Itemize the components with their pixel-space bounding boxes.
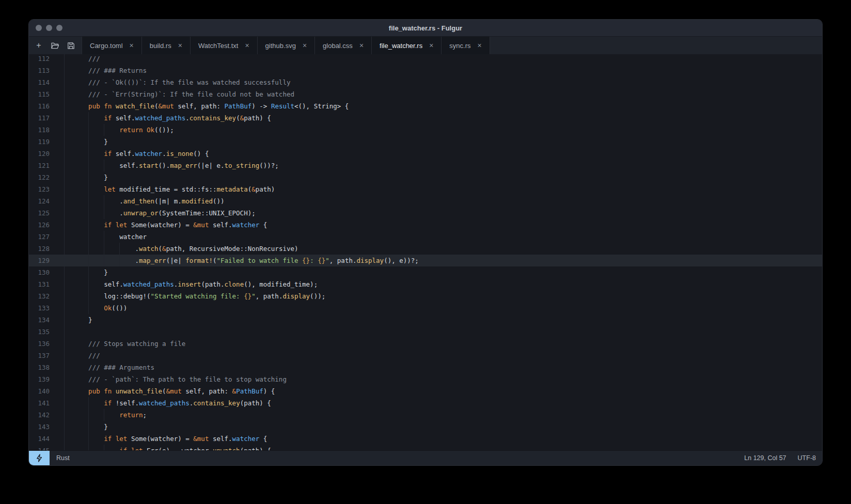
tab-build-rs[interactable]: build.rs×	[142, 37, 191, 54]
code-line-142[interactable]: 142 return;	[29, 409, 822, 421]
line-number: 142	[29, 409, 64, 421]
code-line-131[interactable]: 131 self.watched_paths.insert(path.clone…	[29, 278, 822, 290]
line-content: Ok(())	[64, 302, 822, 314]
code-line-119[interactable]: 119 }	[29, 136, 822, 148]
save-icon[interactable]	[65, 39, 77, 52]
code-line-118[interactable]: 118 return Ok(());	[29, 124, 822, 136]
close-window-button[interactable]	[36, 25, 42, 31]
code-line-123[interactable]: 123 let modified_time = std::fs::metadat…	[29, 183, 822, 195]
tab-close-icon[interactable]: ×	[130, 42, 134, 49]
line-number: 145	[29, 445, 64, 450]
code-line-127[interactable]: 127 watcher	[29, 231, 822, 243]
tab-global-css[interactable]: global.css×	[315, 37, 372, 54]
tab-Cargo-toml[interactable]: Cargo.toml×	[82, 37, 142, 54]
lightning-bolt-icon	[36, 454, 43, 462]
code-line-122[interactable]: 122 }	[29, 171, 822, 183]
minimize-window-button[interactable]	[46, 25, 52, 31]
language-indicator[interactable]: Rust	[56, 454, 70, 462]
indent-guide	[104, 409, 104, 421]
code-line-134[interactable]: 134 }	[29, 314, 822, 326]
code-line-117[interactable]: 117 if self.watched_paths.contains_key(&…	[29, 112, 822, 124]
code-line-137[interactable]: 137 ///	[29, 350, 822, 361]
line-content: return Ok(());	[64, 124, 822, 136]
code-line-113[interactable]: 113 /// ### Returns	[29, 65, 822, 76]
code-line-125[interactable]: 125 .unwrap_or(SystemTime::UNIX_EPOCH);	[29, 207, 822, 219]
line-content: if self.watched_paths.contains_key(&path…	[64, 112, 822, 124]
tab-close-icon[interactable]: ×	[178, 42, 182, 49]
line-number: 120	[29, 148, 64, 160]
code-line-112[interactable]: 112 ///	[29, 54, 822, 65]
tab-close-icon[interactable]: ×	[478, 42, 482, 49]
line-content: pub fn watch_file(&mut self, path: PathB…	[64, 100, 822, 112]
code-line-141[interactable]: 141 if !self.watched_paths.contains_key(…	[29, 397, 822, 409]
tab-label: WatchTest.txt	[198, 42, 239, 50]
line-number: 123	[29, 183, 64, 195]
open-folder-icon[interactable]	[49, 39, 61, 52]
code-line-138[interactable]: 138 /// ### Arguments	[29, 361, 822, 373]
tab-github-svg[interactable]: github.svg×	[258, 37, 315, 54]
indent-guide	[104, 243, 104, 255]
code-line-116[interactable]: 116 pub fn watch_file(&mut self, path: P…	[29, 100, 822, 112]
indent-guide	[88, 136, 89, 148]
code-line-139[interactable]: 139 /// - `path`: The path to the file t…	[29, 373, 822, 385]
cursor-position[interactable]: Ln 129, Col 57	[744, 454, 786, 462]
encoding-indicator[interactable]: UTF-8	[798, 454, 816, 462]
line-number: 133	[29, 302, 64, 314]
code-line-129[interactable]: 129 .map_err(|e| format!("Failed to watc…	[29, 255, 822, 266]
line-number: 124	[29, 195, 64, 207]
code-line-132[interactable]: 132 log::debug!("Started watching file: …	[29, 290, 822, 302]
indent-guide	[88, 421, 89, 433]
code-line-133[interactable]: 133 Ok(())	[29, 302, 822, 314]
indent-guide	[88, 207, 89, 219]
code-lines: 112 ///113 /// ### Returns114 /// - `Ok(…	[29, 54, 822, 450]
line-number: 121	[29, 160, 64, 171]
line-content: if !self.watched_paths.contains_key(path…	[64, 397, 822, 409]
zoom-window-button[interactable]	[56, 25, 62, 31]
line-content: /// Stops watching a file	[64, 338, 822, 350]
code-line-120[interactable]: 120 if self.watcher.is_none() {	[29, 148, 822, 160]
tab-close-icon[interactable]: ×	[245, 42, 249, 49]
line-content: }	[64, 136, 822, 148]
code-line-121[interactable]: 121 self.start().map_err(|e| e.to_string…	[29, 160, 822, 171]
indent-guide	[88, 255, 89, 266]
tab-close-icon[interactable]: ×	[359, 42, 364, 49]
indent-guide	[88, 148, 89, 160]
tab-close-icon[interactable]: ×	[429, 42, 433, 49]
code-line-128[interactable]: 128 .watch(&path, RecursiveMode::NonRecu…	[29, 243, 822, 255]
code-line-136[interactable]: 136 /// Stops watching a file	[29, 338, 822, 350]
indent-guide	[88, 195, 89, 207]
line-content: if self.watcher.is_none() {	[64, 148, 822, 160]
tab-WatchTest-txt[interactable]: WatchTest.txt×	[191, 37, 258, 54]
line-content: pub fn unwatch_file(&mut self, path: &Pa…	[64, 385, 822, 397]
lightning-badge[interactable]	[29, 451, 50, 465]
code-line-126[interactable]: 126 if let Some(watcher) = &mut self.wat…	[29, 219, 822, 231]
indent-guide	[88, 266, 89, 278]
code-line-140[interactable]: 140 pub fn unwatch_file(&mut self, path:…	[29, 385, 822, 397]
line-content: .unwrap_or(SystemTime::UNIX_EPOCH);	[64, 207, 822, 219]
new-file-icon[interactable]: +	[33, 39, 45, 52]
line-content: let modified_time = std::fs::metadata(&p…	[64, 183, 822, 195]
code-line-144[interactable]: 144 if let Some(watcher) = &mut self.wat…	[29, 433, 822, 445]
code-line-124[interactable]: 124 .and_then(|m| m.modified())	[29, 195, 822, 207]
line-number: 130	[29, 266, 64, 278]
line-content: if let Some(watcher) = &mut self.watcher…	[64, 433, 822, 445]
code-line-114[interactable]: 114 /// - `Ok(())`: If the file was watc…	[29, 76, 822, 88]
code-line-143[interactable]: 143 }	[29, 421, 822, 433]
code-line-130[interactable]: 130 }	[29, 266, 822, 278]
tab-sync-rs[interactable]: sync.rs×	[442, 37, 490, 54]
app-window: file_watcher.rs - Fulgur + Cargo.toml×bu…	[28, 19, 823, 466]
line-content: .and_then(|m| m.modified())	[64, 195, 822, 207]
line-number: 125	[29, 207, 64, 219]
code-line-115[interactable]: 115 /// - `Err(String)`: If the file cou…	[29, 88, 822, 100]
tab-file_watcher-rs[interactable]: file_watcher.rs×	[372, 37, 442, 54]
indent-guide	[88, 160, 89, 171]
line-content: /// ### Returns	[64, 65, 822, 76]
code-line-135[interactable]: 135	[29, 326, 822, 338]
line-number: 140	[29, 385, 64, 397]
code-line-145[interactable]: 145 if let Err(e) = watcher.unwatch(path…	[29, 445, 822, 450]
tab-close-icon[interactable]: ×	[303, 42, 307, 49]
line-content: if let Some(watcher) = &mut self.watcher…	[64, 219, 822, 231]
line-content: ///	[64, 54, 822, 65]
editor[interactable]: 112 ///113 /// ### Returns114 /// - `Ok(…	[29, 54, 822, 450]
indent-guide	[88, 290, 89, 302]
